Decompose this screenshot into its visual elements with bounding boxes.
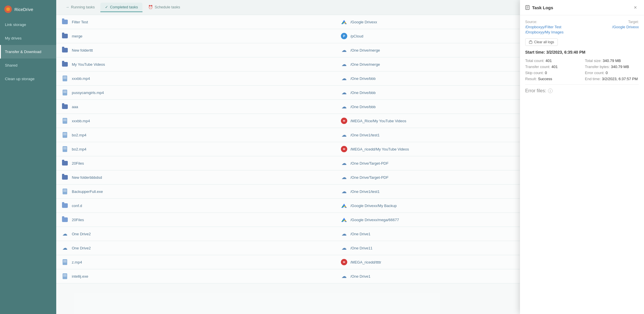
tab-completed-tasks[interactable]: ✓ Completed tasks (100, 3, 142, 12)
panel-target: Target: /Google Drivexx (612, 20, 639, 29)
schedule-tab-icon: ⏰ (148, 5, 153, 9)
panel-title: Task Logs (525, 5, 553, 10)
logs-icon (525, 5, 530, 10)
target-icon (340, 202, 348, 210)
sidebar-item-link-storage[interactable]: Link storage (0, 18, 56, 31)
cloud-icon: ☁ (341, 174, 347, 180)
cloud-icon: ☁ (341, 47, 347, 53)
panel-header: Task Logs × (520, 0, 644, 15)
source-icon (61, 159, 69, 167)
panel-source: Source: /Dropboxyy/Filter Test /Dropboxy… (525, 20, 564, 34)
target-icon: ☁ (340, 89, 348, 97)
stat-result: Result: Success (525, 77, 579, 81)
source-icon (61, 32, 69, 40)
target-icon: ☁ (340, 159, 348, 167)
source-icon (61, 117, 69, 125)
cloud-icon: ☁ (341, 104, 347, 110)
task-name: One Drive2 (72, 232, 340, 236)
source-icon (61, 103, 69, 111)
tab-schedule-tasks[interactable]: ⏰ Schedule tasks (144, 3, 185, 12)
task-name: bo2.mp4 (72, 147, 340, 151)
source-icon: ☁ (61, 230, 69, 238)
mega-icon: M (341, 259, 347, 265)
logo-icon (4, 5, 12, 13)
task-name: xxxbb.mp4 (72, 119, 340, 123)
target-icon: ☁ (340, 74, 348, 82)
task-name: conf.d (72, 204, 340, 208)
task-name: bo2.mp4 (72, 133, 340, 137)
sidebar-item-transfer-download[interactable]: Transfer & Download (0, 45, 56, 59)
svg-rect-5 (529, 41, 532, 44)
completed-tab-icon: ✓ (105, 5, 108, 9)
panel-stats: Total count: 401 Total size: 340.79 MB T… (525, 59, 639, 81)
task-name: xxxbb.mp4 (72, 76, 340, 81)
task-name: aaa (72, 105, 340, 109)
mega-icon: M (341, 118, 347, 124)
sidebar: RiceDrive Link storage My drives Transfe… (0, 0, 56, 314)
task-name: 20Files (72, 161, 340, 166)
pcloud-icon: P (341, 33, 347, 39)
app-logo: RiceDrive (0, 3, 56, 18)
source-icon (61, 46, 69, 54)
target-icon: P (340, 32, 348, 40)
panel-divider (525, 84, 639, 85)
target-icon: ☁ (340, 244, 348, 252)
task-logs-panel: Task Logs × Source: /Dropboxyy/Filter Te… (520, 0, 644, 314)
cloud-icon: ☁ (341, 188, 347, 195)
cloud-icon: ☁ (341, 160, 347, 166)
cloud-icon: ☁ (341, 273, 347, 279)
target-icon (340, 216, 348, 224)
target-icon: ☁ (340, 131, 348, 139)
source-icon (61, 89, 69, 97)
target-icon: M (340, 145, 348, 153)
source-icon: ☁ (61, 244, 69, 252)
task-name: My YouTube Videos (72, 62, 340, 67)
cloud-icon: ☁ (341, 89, 347, 96)
sidebar-item-my-drives[interactable]: My drives (0, 31, 56, 45)
source-icon (61, 18, 69, 26)
stat-transfer-bytes: Transfer bytes: 340.79 MB (585, 65, 639, 69)
cloud-icon: ☁ (341, 132, 347, 138)
source-icon (61, 216, 69, 224)
stat-skip-count: Skip count: 0 (525, 71, 579, 75)
app-name: RiceDrive (14, 7, 33, 12)
source-icon (61, 74, 69, 82)
target-icon: ☁ (340, 230, 348, 238)
cloud-icon: ☁ (341, 61, 347, 67)
stat-error-count: Error count: 0 (585, 71, 639, 75)
target-icon: ☁ (340, 272, 348, 280)
target-icon (340, 18, 348, 26)
target-icon: ☁ (340, 187, 348, 195)
source-icon (61, 173, 69, 181)
stat-error-files: Error files: i (525, 88, 639, 93)
mega-icon: M (341, 146, 347, 152)
task-name: BackupperFull.exe (72, 189, 340, 194)
cloud-icon: ☁ (341, 75, 347, 82)
panel-close-button[interactable]: × (632, 4, 639, 11)
tab-running-tasks[interactable]: → Running tasks (61, 3, 99, 12)
info-icon: i (548, 89, 553, 93)
panel-source-target: Source: /Dropboxyy/Filter Test /Dropboxy… (525, 20, 639, 34)
task-name: 20Files (72, 218, 340, 222)
task-name: New folderttt (72, 48, 340, 52)
task-name: One Drive2 (72, 246, 340, 250)
task-name: intellij.exe (72, 274, 340, 279)
task-name: pussycamgirls.mp4 (72, 91, 340, 95)
panel-body: Source: /Dropboxyy/Filter Test /Dropboxy… (520, 15, 644, 314)
target-icon: M (340, 258, 348, 266)
trash-icon (529, 40, 532, 44)
cloud-icon: ☁ (341, 231, 347, 237)
task-name: New folderbbbdsd (72, 175, 340, 180)
main-area: → Running tasks ✓ Completed tasks ⏰ Sche… (56, 0, 644, 314)
sidebar-item-clean-up-storage[interactable]: Clean up storage (0, 72, 56, 86)
target-icon: ☁ (340, 103, 348, 111)
running-tab-icon: → (65, 5, 69, 9)
clear-logs-button[interactable]: Clear all logs (525, 38, 558, 46)
source-icon (61, 202, 69, 210)
task-name: z.mp4 (72, 260, 340, 264)
stat-transfer-count: Transfer count: 401 (525, 65, 579, 69)
source-icon (61, 60, 69, 68)
sidebar-item-shared[interactable]: Shared (0, 59, 56, 72)
source-icon (61, 131, 69, 139)
task-name: Filter Test (72, 20, 340, 24)
